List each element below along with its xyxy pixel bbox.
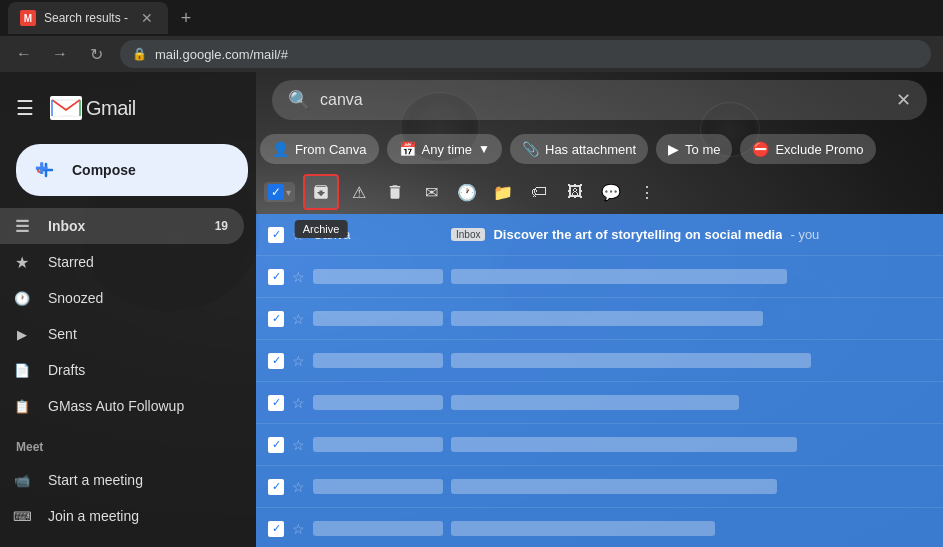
sidebar-item-starred[interactable]: ★ Starred <box>0 244 244 280</box>
more-options-button[interactable]: ⋮ <box>631 176 663 208</box>
star-icon[interactable]: ☆ <box>292 311 305 327</box>
tab-title: Search results - <box>44 11 130 25</box>
email-checkbox[interactable]: ✓ <box>268 437 284 453</box>
email-checkbox[interactable]: ✓ <box>268 311 284 327</box>
svg-text:✚: ✚ <box>35 160 48 177</box>
sidebar-item-snoozed[interactable]: 🕐 Snoozed <box>0 280 244 316</box>
star-icon[interactable]: ☆ <box>292 353 305 369</box>
email-row[interactable]: ✓ ☆ █████████ ██████████████████████████… <box>256 298 943 340</box>
sidebar-item-join-meeting[interactable]: ⌨ Join a meeting <box>0 498 244 534</box>
image-button[interactable]: 🖼 <box>559 176 591 208</box>
star-icon[interactable]: ☆ <box>292 269 305 285</box>
chip-attachment-label: Has attachment <box>545 142 636 157</box>
gmass-label: GMass Auto Followup <box>48 398 228 414</box>
email-checkbox[interactable]: ✓ <box>268 227 284 243</box>
email-row[interactable]: ✓ ☆ Canva Inbox Discover the art of stor… <box>256 214 943 256</box>
delete-button[interactable] <box>379 176 411 208</box>
drafts-label: Drafts <box>48 362 228 378</box>
url-bar[interactable]: 🔒 mail.google.com/mail/# <box>120 40 931 68</box>
person-icon: 👤 <box>272 141 289 157</box>
mark-unread-button[interactable]: ✉ <box>415 176 447 208</box>
email-row[interactable]: ✓ ☆ ██████████ █████████████████████████… <box>256 424 943 466</box>
search-input[interactable] <box>320 91 886 109</box>
mail-icon: ✉ <box>425 183 438 202</box>
report-spam-button[interactable]: ⚠ <box>343 176 375 208</box>
snoozed-icon: 🕐 <box>12 291 32 306</box>
meet-section-label: Meet <box>0 428 256 458</box>
start-meeting-icon: 📹 <box>12 473 32 488</box>
email-subject-blur: █████████████████████████████████████ <box>451 437 797 452</box>
email-body: Inbox Discover the art of storytelling o… <box>451 227 931 242</box>
chip-from-label: From Canva <box>295 142 367 157</box>
label-icon: 🏷 <box>531 183 547 201</box>
sidebar-item-drafts[interactable]: 📄 Drafts <box>0 352 244 388</box>
email-row[interactable]: ✓ ☆ ███████████ ████████████████████████… <box>256 340 943 382</box>
email-row[interactable]: ✓ ☆ ████████████ ███████████████████████… <box>256 466 943 508</box>
sidebar-item-start-meeting[interactable]: 📹 Start a meeting <box>0 462 244 498</box>
email-checkbox[interactable]: ✓ <box>268 353 284 369</box>
chip-from-canva[interactable]: 👤 From Canva <box>260 134 379 164</box>
join-meeting-icon: ⌨ <box>12 509 32 524</box>
gmail-container: ☰ Gmail <box>0 72 943 547</box>
chip-exclude-label: Exclude Promo <box>775 142 863 157</box>
join-meeting-label: Join a meeting <box>48 508 228 524</box>
archive-button[interactable] <box>303 174 339 210</box>
starred-icon: ★ <box>12 253 32 272</box>
search-icon: 🔍 <box>288 89 310 111</box>
search-close-icon[interactable]: ✕ <box>896 89 911 111</box>
star-icon[interactable]: ☆ <box>292 521 305 537</box>
inbox-icon: ☰ <box>12 217 32 236</box>
star-icon[interactable]: ☆ <box>292 437 305 453</box>
email-row[interactable]: ✓ ☆ ████████ ███████████████████████████… <box>256 382 943 424</box>
move-to-button[interactable]: 📁 <box>487 176 519 208</box>
chip-exclude-promo[interactable]: ⛔ Exclude Promo <box>740 134 875 164</box>
nav-forward-icon[interactable]: → <box>48 45 72 63</box>
email-body: █████████████████████████████████████ <box>451 437 931 452</box>
sidebar-item-inbox[interactable]: ☰ Inbox 19 <box>0 208 244 244</box>
gmail-wordmark: Gmail <box>86 97 136 120</box>
chip-to-me[interactable]: ▶ To me <box>656 134 732 164</box>
star-icon[interactable]: ☆ <box>292 395 305 411</box>
email-sender-blur: ████████████ <box>313 479 443 494</box>
email-row[interactable]: ✓ ☆ █████████ ██████████████████████████… <box>256 508 943 547</box>
paperclip-icon: 📎 <box>522 141 539 157</box>
active-tab[interactable]: M Search results - ✕ <box>8 2 168 34</box>
email-checkbox[interactable]: ✓ <box>268 395 284 411</box>
label-button[interactable]: 🏷 <box>523 176 555 208</box>
email-body: █████████████████████████████ <box>451 521 931 536</box>
url-text: mail.google.com/mail/# <box>155 47 288 62</box>
email-checkbox[interactable]: ✓ <box>268 269 284 285</box>
email-checkbox[interactable]: ✓ <box>268 521 284 537</box>
new-tab-button[interactable]: + <box>172 4 200 32</box>
select-dropdown-icon[interactable]: ▾ <box>286 187 291 198</box>
tab-favicon: M <box>20 10 36 26</box>
more-icon: ⋮ <box>639 183 655 202</box>
inbox-badge: Inbox <box>451 228 485 241</box>
email-subject-blur: █████████████████████████████ <box>451 521 715 536</box>
close-tab-icon[interactable]: ✕ <box>138 9 156 27</box>
chip-any-time[interactable]: 📅 Any time ▼ <box>387 134 502 164</box>
email-subject-blur: ████████████████████████████████████████ <box>451 353 811 368</box>
compose-button[interactable]: ✚ Compose <box>16 144 248 196</box>
chat-button[interactable]: 💬 <box>595 176 627 208</box>
sidebar-header: ☰ Gmail <box>0 80 256 136</box>
nav-back-icon[interactable]: ← <box>12 45 36 63</box>
nav-refresh-icon[interactable]: ↻ <box>84 45 108 64</box>
gmail-logo: Gmail <box>50 96 136 120</box>
snooze-button[interactable]: 🕐 <box>451 176 483 208</box>
image-icon: 🖼 <box>567 183 583 201</box>
star-icon[interactable]: ☆ <box>292 479 305 495</box>
email-sender-blur: ██████████ <box>313 437 443 452</box>
sidebar-item-gmass[interactable]: 📋 GMass Auto Followup <box>0 388 244 424</box>
inbox-label: Inbox <box>48 218 199 234</box>
sidebar: ☰ Gmail <box>0 72 256 547</box>
select-all-checkbox[interactable]: ✓ <box>268 184 284 200</box>
hamburger-menu-icon[interactable]: ☰ <box>8 88 42 128</box>
email-sender-blur: ████████ <box>313 395 443 410</box>
chip-has-attachment[interactable]: 📎 Has attachment <box>510 134 648 164</box>
inbox-badge: 19 <box>215 219 228 233</box>
email-checkbox[interactable]: ✓ <box>268 479 284 495</box>
sidebar-item-sent[interactable]: ▶ Sent <box>0 316 244 352</box>
chip-time-label: Any time <box>422 142 473 157</box>
email-row[interactable]: ✓ ☆ ████████████ ███████████████████████… <box>256 256 943 298</box>
